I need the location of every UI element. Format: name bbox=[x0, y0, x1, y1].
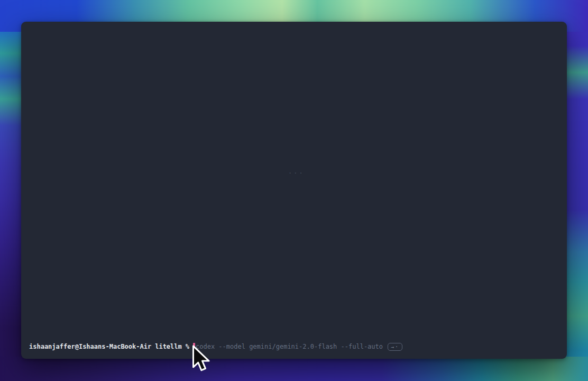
prompt-directory: litellm bbox=[155, 342, 182, 351]
terminal-output-area[interactable]: ··· bbox=[21, 22, 567, 342]
text-cursor bbox=[193, 343, 195, 350]
prompt-user-host: ishaanjaffer@Ishaans-MacBook-Air bbox=[29, 342, 151, 351]
wallpaper-left-strip bbox=[0, 0, 24, 381]
loading-dots: ··· bbox=[288, 169, 305, 177]
autosuggestion-text: codex --model gemini/gemini-2.0-flash --… bbox=[196, 342, 383, 351]
terminal-prompt-line[interactable]: ishaanjaffer@Ishaans-MacBook-Air litellm… bbox=[21, 342, 567, 359]
wallpaper-right-strip bbox=[564, 0, 588, 381]
wallpaper-bottom-strip bbox=[0, 357, 588, 381]
accept-suggestion-hint-badge: →· bbox=[388, 343, 402, 351]
prompt-symbol: % bbox=[186, 342, 189, 351]
terminal-window[interactable]: ··· ishaanjaffer@Ishaans-MacBook-Air lit… bbox=[21, 22, 567, 359]
